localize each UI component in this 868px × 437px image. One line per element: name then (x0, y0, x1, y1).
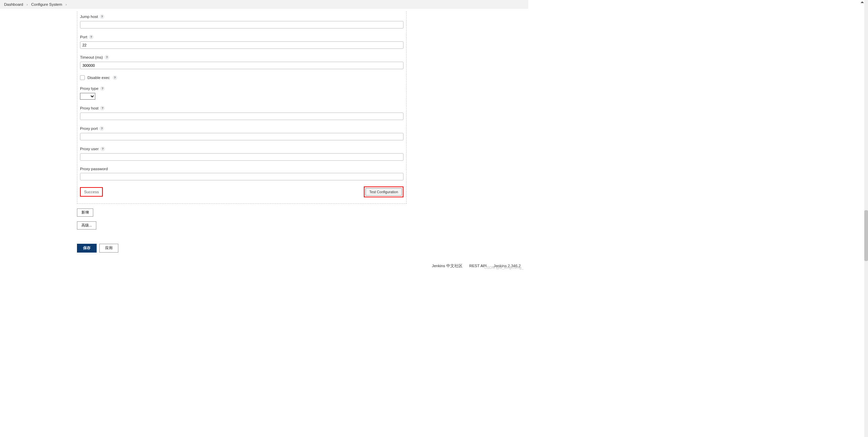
breadcrumb: Dashboard › Configure System › (0, 0, 528, 9)
chevron-right-icon: › (65, 2, 67, 6)
proxy-password-label: Proxy password (80, 167, 108, 171)
proxy-user-label: Proxy user (80, 147, 99, 151)
timeout-input[interactable] (80, 62, 403, 69)
help-icon[interactable]: ? (104, 55, 109, 60)
help-icon[interactable]: ? (100, 106, 105, 111)
jump-host-input[interactable] (80, 21, 403, 28)
footer-community-link[interactable]: Jenkins 中文社区 (432, 263, 462, 269)
scroll-top-icon[interactable] (861, 1, 864, 3)
proxy-host-label: Proxy host (80, 106, 98, 110)
save-button[interactable]: 保存 (77, 244, 97, 253)
apply-button[interactable]: 应用 (99, 244, 118, 253)
help-icon[interactable]: ? (113, 75, 117, 80)
breadcrumb-configure-system[interactable]: Configure System (31, 2, 62, 6)
help-icon[interactable]: ? (100, 86, 105, 91)
chevron-right-icon: › (26, 2, 28, 6)
footer: Jenkins 中文社区 REST API Jenkins 2.346.2 CS… (77, 262, 528, 270)
proxy-type-select[interactable] (80, 93, 95, 100)
scrollbar-thumb[interactable] (864, 210, 868, 261)
proxy-host-input[interactable] (80, 113, 403, 120)
port-label: Port (80, 35, 87, 39)
scrollbar[interactable] (864, 0, 868, 437)
proxy-port-label: Proxy port (80, 126, 98, 131)
breadcrumb-dashboard[interactable]: Dashboard (4, 2, 23, 6)
footer-rest-api-link[interactable]: REST API (469, 264, 487, 268)
footer-version: Jenkins 2.346.2 (493, 264, 521, 268)
status-badge: Success (80, 187, 103, 197)
disable-exec-checkbox[interactable] (80, 75, 85, 80)
test-configuration-button[interactable]: Test Configuration (366, 188, 402, 196)
help-icon[interactable]: ? (89, 35, 94, 39)
timeout-label: Timeout (ms) (80, 55, 103, 59)
proxy-port-input[interactable] (80, 133, 403, 140)
add-button[interactable]: 新增 (77, 208, 93, 217)
proxy-password-input[interactable] (80, 173, 403, 180)
disable-exec-label: Disable exec (87, 76, 110, 80)
jump-host-label: Jump host (80, 15, 98, 19)
port-input[interactable] (80, 41, 403, 49)
ssh-server-config-section: Jump host ? Port ? Timeout (ms) ? (77, 12, 407, 204)
advanced-button[interactable]: 高级... (77, 221, 96, 230)
help-icon[interactable]: ? (100, 14, 104, 19)
proxy-user-input[interactable] (80, 153, 403, 161)
help-icon[interactable]: ? (100, 146, 105, 151)
help-icon[interactable]: ? (99, 126, 104, 131)
proxy-type-label: Proxy type (80, 86, 98, 91)
